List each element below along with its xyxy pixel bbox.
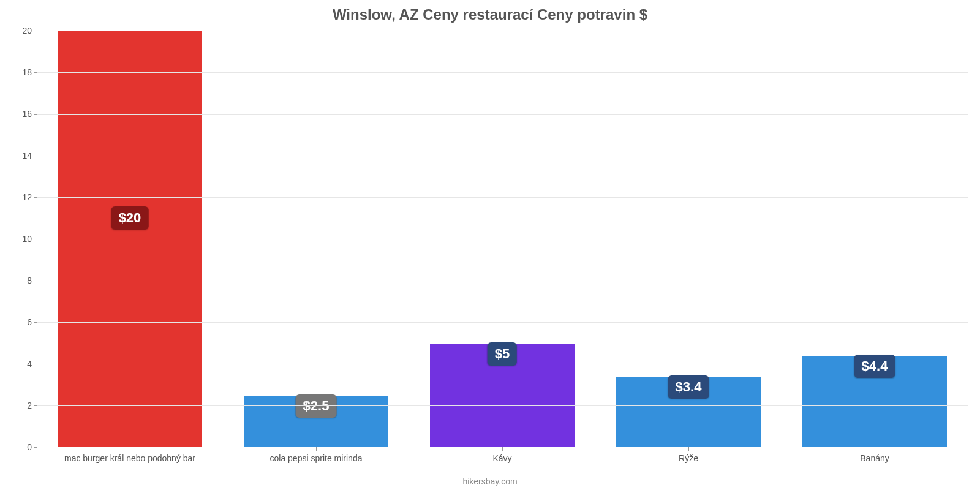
y-tick-label: 0 <box>27 442 37 452</box>
x-tick-mark <box>502 447 503 451</box>
x-tick-mark <box>316 447 317 451</box>
gridline <box>37 405 968 406</box>
y-tick-label: 10 <box>22 234 37 244</box>
x-category-label: Rýže <box>679 453 698 463</box>
gridline <box>37 72 968 73</box>
chart-container: Winslow, AZ Ceny restaurací Ceny potravi… <box>0 0 980 490</box>
bar: $5 <box>429 343 575 447</box>
y-tick-label: 2 <box>27 401 37 410</box>
bar: $2.5 <box>243 395 388 447</box>
gridline <box>37 31 968 31</box>
y-tick-label: 8 <box>27 276 37 285</box>
bar-value-badge: $3.4 <box>668 375 709 399</box>
gridline <box>37 281 968 281</box>
bar-value-badge: $2.5 <box>296 394 337 418</box>
bar-value-badge: $20 <box>111 206 149 230</box>
y-tick-label: 16 <box>22 109 37 119</box>
y-tick-label: 14 <box>22 151 37 160</box>
x-category-label: cola pepsi sprite mirinda <box>270 453 363 463</box>
gridline <box>37 197 968 198</box>
plot-area: $20$2.5$5$3.4$4.4 02468101214161820 <box>37 31 968 447</box>
y-tick-label: 18 <box>22 67 37 77</box>
x-category-label: mac burger král nebo podobný bar <box>64 453 195 463</box>
gridline <box>37 114 968 115</box>
gridline <box>37 364 968 364</box>
y-tick-label: 20 <box>22 26 37 36</box>
x-category-label: Kávy <box>492 453 511 463</box>
chart-credit: hikersbay.com <box>0 477 980 486</box>
y-tick-label: 12 <box>22 192 37 202</box>
x-labels-layer: mac burger král nebo podobný barcola pep… <box>37 448 968 473</box>
x-tick-mark <box>688 447 689 451</box>
gridline <box>37 322 968 323</box>
bar-value-badge: $4.4 <box>854 355 895 378</box>
bar: $3.4 <box>616 376 761 447</box>
x-tick-mark <box>130 447 130 451</box>
y-tick-label: 4 <box>27 359 37 369</box>
x-tick-mark <box>875 447 875 451</box>
bar: $4.4 <box>802 355 947 447</box>
y-tick-label: 6 <box>27 317 37 327</box>
gridline <box>37 156 968 156</box>
chart-title: Winslow, AZ Ceny restaurací Ceny potravi… <box>0 0 980 28</box>
gridline <box>37 239 968 239</box>
x-category-label: Banány <box>860 453 889 463</box>
bar-value-badge: $5 <box>488 342 517 366</box>
